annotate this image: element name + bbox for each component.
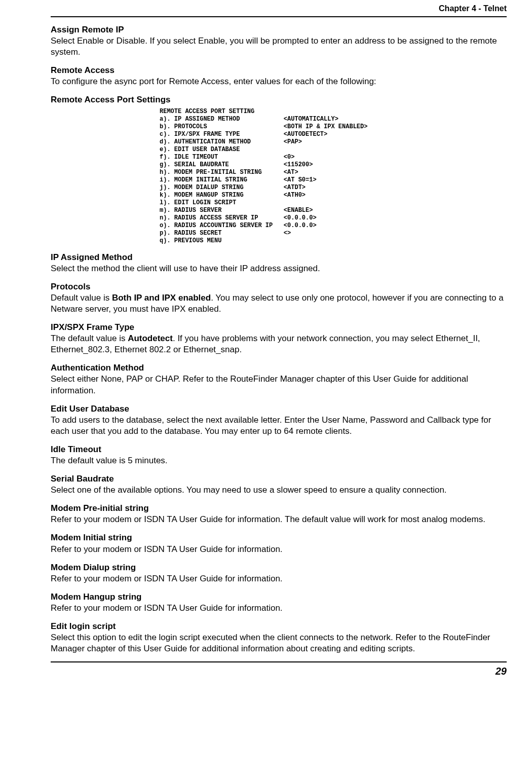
section-title: Modem Hangup string [51,592,507,603]
section-modem-hangup: Modem Hangup string Refer to your modem … [51,592,507,614]
section-body: Refer to your modem or ISDN TA User Guid… [51,603,507,614]
section-body: Select this option to edit the login scr… [51,632,507,654]
section-title: Modem Dialup string [51,562,507,573]
section-title: Idle Timeout [51,444,507,455]
section-title: Serial Baudrate [51,473,507,485]
page-footer: 29 [51,661,507,677]
section-title: Edit login script [51,621,507,632]
section-title: Authentication Method [51,362,507,374]
section-title: IPX/SPX Frame Type [51,322,507,333]
section-body: Refer to your modem or ISDN TA User Guid… [51,573,507,584]
text-bold: Both IP and IPX enabled [112,293,211,303]
chapter-label: Chapter 4 - Telnet [439,4,507,13]
section-body: Select the method the client will use to… [51,263,507,274]
section-body: Refer to your modem or ISDN TA User Guid… [51,544,507,555]
section-modem-initial: Modem Initial string Refer to your modem… [51,532,507,555]
text-prefix: The default value is [51,334,128,343]
section-authentication-method: Authentication Method Select either None… [51,362,507,396]
section-edit-user-database: Edit User Database To add users to the d… [51,403,507,437]
page-number: 29 [496,666,507,677]
section-title: Remote Access [51,65,507,76]
section-body: To add users to the database, select the… [51,415,507,437]
section-body: Select Enable or Disable. If you select … [51,35,507,58]
text-prefix: Default value is [51,293,112,303]
section-title: Modem Initial string [51,532,507,543]
section-body: The default value is Autodetect. If you … [51,333,507,355]
section-title: Remote Access Port Settings [51,94,507,105]
section-body: Select one of the available options. You… [51,485,507,496]
section-remote-access-port-settings: Remote Access Port Settings REMOTE ACCES… [51,94,507,244]
section-serial-baudrate: Serial Baudrate Select one of the availa… [51,473,507,496]
section-title: Assign Remote IP [51,24,507,35]
section-modem-pre-initial: Modem Pre-initial string Refer to your m… [51,503,507,525]
page-header: Chapter 4 - Telnet [51,0,507,17]
section-body: Default value is Both IP and IPX enabled… [51,292,507,315]
section-title: IP Assigned Method [51,252,507,263]
section-body: Select either None, PAP or CHAP. Refer t… [51,374,507,396]
section-body: The default value is 5 minutes. [51,455,507,466]
section-ipx-spx-frame-type: IPX/SPX Frame Type The default value is … [51,322,507,355]
section-modem-dialup: Modem Dialup string Refer to your modem … [51,562,507,584]
text-bold: Autodetect [128,334,173,343]
section-remote-access: Remote Access To configure the async por… [51,65,507,87]
section-assign-remote-ip: Assign Remote IP Select Enable or Disabl… [51,24,507,58]
section-body: To configure the async port for Remote A… [51,76,507,87]
section-edit-login-script: Edit login script Select this option to … [51,621,507,654]
section-title: Protocols [51,281,507,292]
terminal-screenshot: REMOTE ACCESS PORT SETTING a). IP ASSIGN… [160,108,507,245]
section-title: Modem Pre-initial string [51,503,507,514]
section-protocols: Protocols Default value is Both IP and I… [51,281,507,315]
section-body: Refer to your modem or ISDN TA User Guid… [51,514,507,525]
section-ip-assigned-method: IP Assigned Method Select the method the… [51,252,507,274]
section-idle-timeout: Idle Timeout The default value is 5 minu… [51,444,507,466]
section-title: Edit User Database [51,403,507,415]
